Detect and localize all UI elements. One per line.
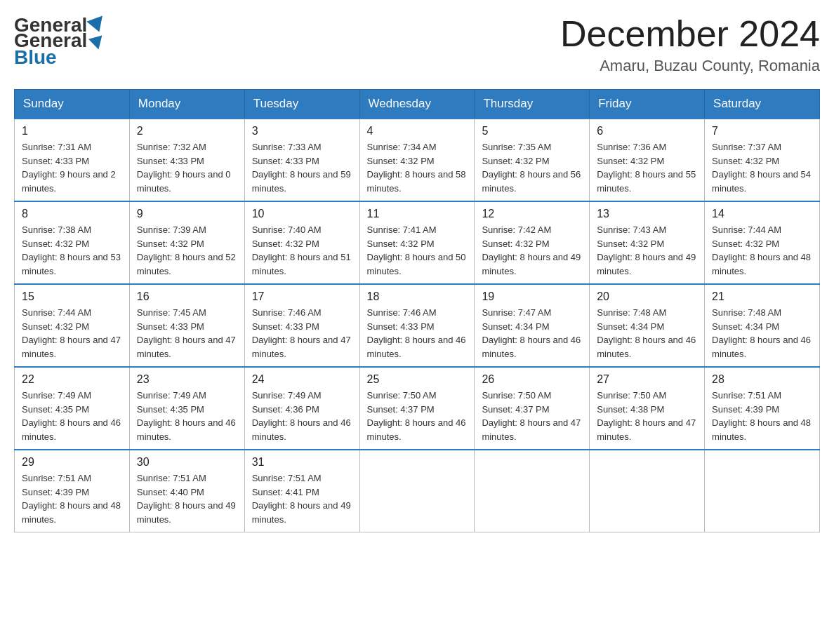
day-number: 27 <box>597 373 697 386</box>
header-sunday: Sunday <box>15 90 130 119</box>
day-info: Sunrise: 7:51 AM Sunset: 4:39 PM Dayligh… <box>22 471 122 526</box>
day-info: Sunrise: 7:51 AM Sunset: 4:39 PM Dayligh… <box>712 389 812 443</box>
day-number: 19 <box>482 290 582 303</box>
day-number: 30 <box>137 456 237 469</box>
header-saturday: Saturday <box>705 90 820 119</box>
day-info: Sunrise: 7:48 AM Sunset: 4:34 PM Dayligh… <box>597 306 697 361</box>
day-number: 28 <box>712 373 812 386</box>
calendar-cell: 27 Sunrise: 7:50 AM Sunset: 4:38 PM Dayl… <box>590 367 705 450</box>
day-number: 21 <box>712 290 812 303</box>
day-info: Sunrise: 7:50 AM Sunset: 4:38 PM Dayligh… <box>597 389 697 443</box>
day-number: 23 <box>137 373 237 386</box>
day-number: 12 <box>482 208 582 220</box>
day-number: 31 <box>252 456 352 469</box>
day-info: Sunrise: 7:44 AM Sunset: 4:32 PM Dayligh… <box>712 223 812 278</box>
calendar-cell: 21 Sunrise: 7:48 AM Sunset: 4:34 PM Dayl… <box>705 284 820 367</box>
calendar-cell <box>705 450 820 532</box>
day-info: Sunrise: 7:46 AM Sunset: 4:33 PM Dayligh… <box>252 306 352 361</box>
calendar-cell: 15 Sunrise: 7:44 AM Sunset: 4:32 PM Dayl… <box>15 284 130 367</box>
day-info: Sunrise: 7:36 AM Sunset: 4:32 PM Dayligh… <box>597 140 697 195</box>
day-number: 5 <box>482 125 582 137</box>
header-wednesday: Wednesday <box>359 90 475 119</box>
day-number: 7 <box>712 125 812 137</box>
calendar-cell <box>475 450 590 532</box>
calendar-cell: 9 Sunrise: 7:39 AM Sunset: 4:32 PM Dayli… <box>129 201 244 284</box>
day-info: Sunrise: 7:33 AM Sunset: 4:33 PM Dayligh… <box>252 140 352 195</box>
day-info: Sunrise: 7:49 AM Sunset: 4:35 PM Dayligh… <box>137 389 237 443</box>
day-number: 26 <box>482 373 582 386</box>
title-area: December 2024 Amaru, Buzau County, Roman… <box>560 14 820 75</box>
day-number: 8 <box>22 208 122 220</box>
calendar-cell: 1 Sunrise: 7:31 AM Sunset: 4:33 PM Dayli… <box>15 119 130 201</box>
calendar-cell: 2 Sunrise: 7:32 AM Sunset: 4:33 PM Dayli… <box>129 119 244 201</box>
calendar-cell: 13 Sunrise: 7:43 AM Sunset: 4:32 PM Dayl… <box>590 201 705 284</box>
calendar-cell <box>359 450 475 532</box>
day-number: 14 <box>712 208 812 220</box>
day-number: 13 <box>597 208 697 220</box>
week-row-2: 8 Sunrise: 7:38 AM Sunset: 4:32 PM Dayli… <box>15 201 820 284</box>
day-info: Sunrise: 7:37 AM Sunset: 4:32 PM Dayligh… <box>712 140 812 195</box>
page-header: General General Blue December 2024 Amaru… <box>14 14 820 75</box>
day-info: Sunrise: 7:46 AM Sunset: 4:33 PM Dayligh… <box>367 306 468 361</box>
calendar-cell: 8 Sunrise: 7:38 AM Sunset: 4:32 PM Dayli… <box>15 201 130 284</box>
day-info: Sunrise: 7:38 AM Sunset: 4:32 PM Dayligh… <box>22 223 122 278</box>
header-friday: Friday <box>590 90 705 119</box>
calendar-cell: 16 Sunrise: 7:45 AM Sunset: 4:33 PM Dayl… <box>129 284 244 367</box>
day-number: 3 <box>252 125 352 137</box>
calendar-cell: 24 Sunrise: 7:49 AM Sunset: 4:36 PM Dayl… <box>244 367 359 450</box>
day-number: 6 <box>597 125 697 137</box>
calendar-cell: 14 Sunrise: 7:44 AM Sunset: 4:32 PM Dayl… <box>705 201 820 284</box>
day-number: 16 <box>137 290 237 303</box>
header-tuesday: Tuesday <box>244 90 359 119</box>
calendar-cell: 6 Sunrise: 7:36 AM Sunset: 4:32 PM Dayli… <box>590 119 705 201</box>
day-info: Sunrise: 7:48 AM Sunset: 4:34 PM Dayligh… <box>712 306 812 361</box>
calendar-cell: 4 Sunrise: 7:34 AM Sunset: 4:32 PM Dayli… <box>359 119 475 201</box>
day-info: Sunrise: 7:43 AM Sunset: 4:32 PM Dayligh… <box>597 223 697 278</box>
day-info: Sunrise: 7:34 AM Sunset: 4:32 PM Dayligh… <box>367 140 468 195</box>
day-info: Sunrise: 7:51 AM Sunset: 4:40 PM Dayligh… <box>137 471 237 526</box>
calendar-cell: 10 Sunrise: 7:40 AM Sunset: 4:32 PM Dayl… <box>244 201 359 284</box>
day-info: Sunrise: 7:47 AM Sunset: 4:34 PM Dayligh… <box>482 306 582 361</box>
logo-blue: Blue <box>14 46 57 69</box>
day-number: 15 <box>22 290 122 303</box>
header-monday: Monday <box>129 90 244 119</box>
calendar-cell: 5 Sunrise: 7:35 AM Sunset: 4:32 PM Dayli… <box>475 119 590 201</box>
location-title: Amaru, Buzau County, Romania <box>560 57 820 75</box>
day-number: 1 <box>22 125 122 137</box>
day-info: Sunrise: 7:45 AM Sunset: 4:33 PM Dayligh… <box>137 306 237 361</box>
day-number: 22 <box>22 373 122 386</box>
week-row-3: 15 Sunrise: 7:44 AM Sunset: 4:32 PM Dayl… <box>15 284 820 367</box>
calendar-header-row: Sunday Monday Tuesday Wednesday Thursday… <box>15 90 820 119</box>
month-title: December 2024 <box>560 14 820 54</box>
day-number: 18 <box>367 290 468 303</box>
day-number: 4 <box>367 125 468 137</box>
day-info: Sunrise: 7:50 AM Sunset: 4:37 PM Dayligh… <box>482 389 582 443</box>
calendar-cell: 29 Sunrise: 7:51 AM Sunset: 4:39 PM Dayl… <box>15 450 130 532</box>
day-info: Sunrise: 7:35 AM Sunset: 4:32 PM Dayligh… <box>482 140 582 195</box>
day-info: Sunrise: 7:44 AM Sunset: 4:32 PM Dayligh… <box>22 306 122 361</box>
week-row-5: 29 Sunrise: 7:51 AM Sunset: 4:39 PM Dayl… <box>15 450 820 532</box>
day-number: 17 <box>252 290 352 303</box>
calendar-cell: 20 Sunrise: 7:48 AM Sunset: 4:34 PM Dayl… <box>590 284 705 367</box>
calendar-cell: 25 Sunrise: 7:50 AM Sunset: 4:37 PM Dayl… <box>359 367 475 450</box>
day-info: Sunrise: 7:42 AM Sunset: 4:32 PM Dayligh… <box>482 223 582 278</box>
calendar-cell: 19 Sunrise: 7:47 AM Sunset: 4:34 PM Dayl… <box>475 284 590 367</box>
header-thursday: Thursday <box>475 90 590 119</box>
day-info: Sunrise: 7:32 AM Sunset: 4:33 PM Dayligh… <box>137 140 237 195</box>
calendar-cell: 11 Sunrise: 7:41 AM Sunset: 4:32 PM Dayl… <box>359 201 475 284</box>
calendar-cell: 7 Sunrise: 7:37 AM Sunset: 4:32 PM Dayli… <box>705 119 820 201</box>
day-number: 2 <box>137 125 237 137</box>
day-info: Sunrise: 7:51 AM Sunset: 4:41 PM Dayligh… <box>252 471 352 526</box>
day-number: 25 <box>367 373 468 386</box>
calendar-cell: 18 Sunrise: 7:46 AM Sunset: 4:33 PM Dayl… <box>359 284 475 367</box>
calendar-table: Sunday Monday Tuesday Wednesday Thursday… <box>14 89 820 532</box>
logo: General General Blue <box>14 14 107 69</box>
calendar-cell: 26 Sunrise: 7:50 AM Sunset: 4:37 PM Dayl… <box>475 367 590 450</box>
calendar-cell: 28 Sunrise: 7:51 AM Sunset: 4:39 PM Dayl… <box>705 367 820 450</box>
day-info: Sunrise: 7:40 AM Sunset: 4:32 PM Dayligh… <box>252 223 352 278</box>
week-row-4: 22 Sunrise: 7:49 AM Sunset: 4:35 PM Dayl… <box>15 367 820 450</box>
day-number: 24 <box>252 373 352 386</box>
day-number: 11 <box>367 208 468 220</box>
day-info: Sunrise: 7:41 AM Sunset: 4:32 PM Dayligh… <box>367 223 468 278</box>
day-number: 20 <box>597 290 697 303</box>
